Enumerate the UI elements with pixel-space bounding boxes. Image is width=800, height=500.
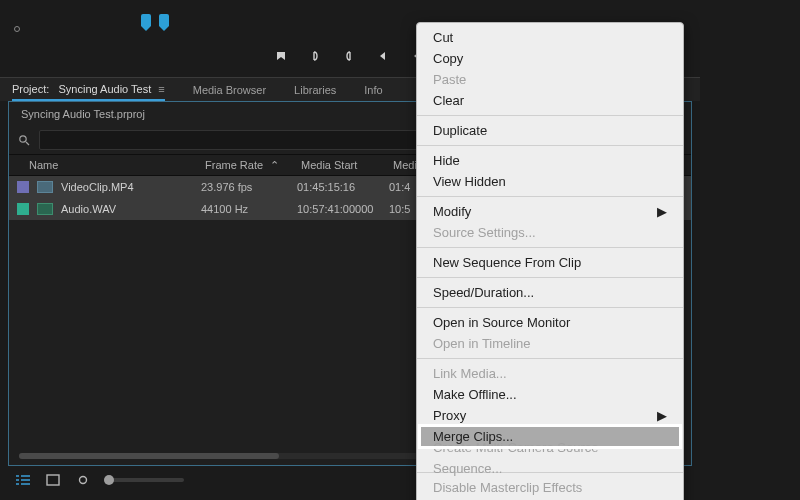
sort-caret-icon: ⌃ — [270, 159, 279, 172]
context-menu-separator — [417, 277, 683, 278]
context-menu-item-label: Disable Masterclip Effects — [433, 477, 582, 498]
context-menu-item-label: Clear — [433, 90, 464, 111]
context-menu-item: Source Settings... — [417, 222, 683, 243]
context-menu-item: Open in Timeline — [417, 333, 683, 354]
context-menu-item-label: View Hidden — [433, 171, 506, 192]
video-clip-icon — [37, 181, 53, 193]
submenu-arrow-icon: ▶ — [657, 201, 667, 222]
go-to-in-icon[interactable] — [375, 48, 391, 64]
context-menu-item[interactable]: View Hidden — [417, 171, 683, 192]
context-menu-item-label: Link Media... — [433, 363, 507, 384]
context-menu-item[interactable]: Make Offline... — [417, 384, 683, 405]
mark-in-icon[interactable] — [273, 48, 289, 64]
context-menu-item[interactable]: Duplicate — [417, 120, 683, 141]
context-menu-item-label: Paste — [433, 69, 466, 90]
zoom-slider-thumb[interactable] — [104, 475, 114, 485]
search-icon — [17, 133, 31, 147]
label-color-chip — [17, 181, 29, 193]
tab-media-browser[interactable]: Media Browser — [193, 80, 266, 100]
context-menu-item-label: New Sequence From Clip — [433, 252, 581, 273]
context-menu-item[interactable]: Proxy▶ — [417, 405, 683, 426]
context-menu-item[interactable]: Speed/Duration... — [417, 282, 683, 303]
context-menu-item[interactable]: Hide — [417, 150, 683, 171]
context-menu-separator — [417, 196, 683, 197]
timeline-left-handle[interactable] — [14, 26, 20, 32]
panel-menu-icon[interactable]: ≡ — [158, 83, 164, 95]
context-menu-separator — [417, 145, 683, 146]
set-out-icon[interactable] — [341, 48, 357, 64]
context-menu-item-label: Hide — [433, 150, 460, 171]
context-menu-item-label: Open in Timeline — [433, 333, 531, 354]
label-color-chip — [17, 203, 29, 215]
zoom-handle-icon[interactable] — [74, 471, 92, 489]
context-menu-item[interactable]: Open in Source Monitor — [417, 312, 683, 333]
timeline-marker-2[interactable] — [159, 14, 169, 26]
tab-libraries[interactable]: Libraries — [294, 80, 336, 100]
context-menu-item: Link Media... — [417, 363, 683, 384]
clip-name: Audio.WAV — [61, 203, 201, 215]
svg-point-0 — [20, 136, 26, 142]
column-media-start[interactable]: Media Start — [301, 159, 393, 171]
context-menu-item[interactable]: Clear — [417, 90, 683, 111]
context-menu-separator — [417, 247, 683, 248]
svg-rect-3 — [47, 475, 59, 485]
context-menu-item-label: Copy — [433, 48, 463, 69]
context-menu-item[interactable]: New Sequence From Clip — [417, 252, 683, 273]
context-menu-item-label: Modify — [433, 201, 471, 222]
submenu-arrow-icon: ▶ — [657, 405, 667, 426]
context-menu-item: Create Multi-Camera Source Sequence... — [417, 447, 683, 468]
tab-project-name: Syncing Audio Test — [58, 83, 151, 95]
context-menu-separator — [417, 358, 683, 359]
context-menu-item-label: Duplicate — [433, 120, 487, 141]
tab-project-prefix: Project: — [12, 83, 49, 95]
audio-clip-icon — [37, 203, 53, 215]
clip-media-start: 10:57:41:00000 — [297, 203, 389, 215]
column-name[interactable]: Name — [17, 159, 205, 171]
context-menu: CutCopyPasteClearDuplicateHideView Hidde… — [416, 22, 684, 500]
context-menu-item-label: Make Offline... — [433, 384, 517, 405]
context-menu-item[interactable]: Copy — [417, 48, 683, 69]
clip-frame-rate: 44100 Hz — [201, 203, 297, 215]
context-menu-item-label: Speed/Duration... — [433, 282, 534, 303]
context-menu-item[interactable]: Cut — [417, 27, 683, 48]
clip-name: VideoClip.MP4 — [61, 181, 201, 193]
svg-point-4 — [80, 477, 87, 484]
tab-info[interactable]: Info — [364, 80, 382, 100]
context-menu-separator — [417, 307, 683, 308]
clip-frame-rate: 23.976 fps — [201, 181, 297, 193]
context-menu-item: Paste — [417, 69, 683, 90]
scrollbar-thumb[interactable] — [19, 453, 279, 459]
icon-view-icon[interactable] — [44, 471, 62, 489]
context-menu-item-label: Cut — [433, 27, 453, 48]
context-menu-separator — [417, 115, 683, 116]
timeline-marker-1[interactable] — [141, 14, 151, 26]
context-menu-item-label: Create Multi-Camera Source Sequence... — [433, 437, 667, 479]
tab-project[interactable]: Project: Syncing Audio Test ≡ — [12, 79, 165, 101]
context-menu-item-label: Source Settings... — [433, 222, 536, 243]
column-frame-rate[interactable]: Frame Rate ⌃ — [205, 159, 301, 172]
context-menu-item-label: Open in Source Monitor — [433, 312, 570, 333]
context-menu-item-label: Proxy — [433, 405, 466, 426]
context-menu-item: Disable Masterclip Effects — [417, 477, 683, 498]
zoom-slider[interactable] — [104, 478, 184, 482]
list-view-icon[interactable] — [14, 471, 32, 489]
clip-media-start: 01:45:15:16 — [297, 181, 389, 193]
set-in-icon[interactable] — [307, 48, 323, 64]
context-menu-item[interactable]: Modify▶ — [417, 201, 683, 222]
